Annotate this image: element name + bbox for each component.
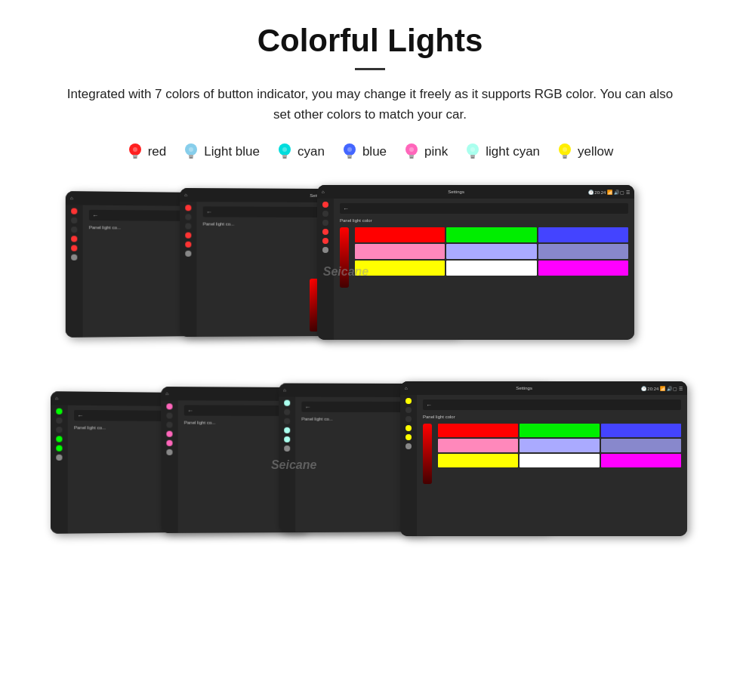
svg-point-15 (347, 147, 352, 152)
svg-rect-6 (190, 157, 193, 159)
device-row-bottom: ⌂ Settings ⚙ ✦ (30, 381, 710, 555)
device-3: ⌂ Settings 🕐 20:24 📶 🔊 ▢ ☰ (317, 185, 634, 340)
title-divider (355, 68, 385, 70)
description-text: Integrated with 7 colors of button indic… (60, 84, 680, 125)
svg-rect-14 (347, 157, 351, 159)
lightblue-bulb-icon (183, 141, 199, 162)
svg-point-7 (189, 147, 193, 152)
color-item-lightblue: Light blue (183, 141, 260, 162)
device-row-top: ⌂ Settings ⚙ ✦ (30, 185, 710, 359)
color-label-pink: pink (424, 144, 448, 159)
svg-rect-17 (409, 155, 414, 157)
page-container: Colorful Lights Integrated with 7 colors… (0, 0, 740, 585)
color-label-yellow: yellow (578, 144, 613, 159)
svg-point-19 (409, 147, 414, 152)
svg-rect-21 (470, 155, 475, 157)
color-label-blue: blue (362, 144, 387, 159)
color-item-yellow: yellow (557, 141, 613, 162)
svg-rect-5 (189, 155, 193, 157)
color-label-cyan: cyan (298, 144, 325, 159)
page-title: Colorful Lights (30, 23, 710, 59)
svg-rect-26 (563, 157, 567, 159)
color-label-lightcyan: light cyan (486, 144, 540, 159)
color-label-red: red (148, 144, 167, 159)
lightcyan-bulb-icon (464, 141, 481, 162)
device-7: ⌂ Settings 🕐 20:24 📶 🔊 ▢ ☰ (400, 381, 687, 536)
svg-rect-2 (133, 157, 137, 159)
color-label-lightblue: Light blue (204, 144, 260, 159)
svg-point-23 (470, 147, 475, 152)
svg-rect-10 (282, 157, 286, 159)
color-item-red: red (127, 141, 167, 162)
yellow-bulb-icon (557, 141, 573, 162)
svg-point-11 (282, 147, 287, 152)
svg-rect-9 (282, 155, 287, 157)
color-row: red Light blue cyan (30, 141, 710, 162)
color-item-cyan: cyan (276, 141, 325, 162)
color-item-lightcyan: light cyan (464, 141, 540, 162)
svg-rect-18 (410, 157, 414, 159)
svg-rect-22 (471, 157, 475, 159)
blue-bulb-icon (341, 141, 358, 162)
cyan-bulb-icon (276, 141, 293, 162)
svg-rect-13 (347, 155, 352, 157)
color-item-blue: blue (341, 141, 387, 162)
pink-bulb-icon (403, 141, 420, 162)
svg-point-3 (133, 147, 137, 152)
svg-point-27 (563, 147, 567, 152)
svg-rect-25 (563, 155, 567, 157)
svg-rect-1 (133, 155, 137, 157)
color-item-pink: pink (403, 141, 448, 162)
red-bulb-icon (127, 141, 143, 162)
